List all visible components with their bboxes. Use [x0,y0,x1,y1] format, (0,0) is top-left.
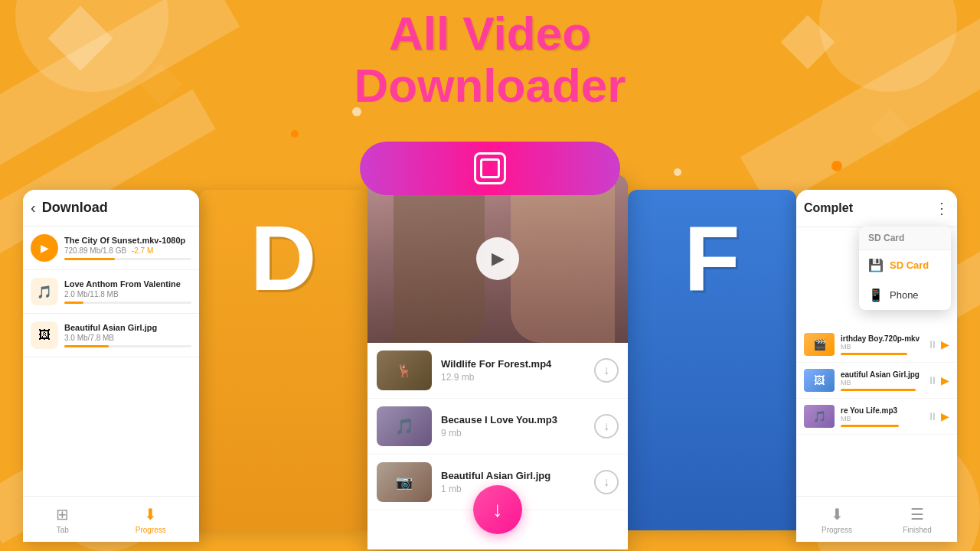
media-info-3: Beautiful Asian Girl.jpg 1 mb [441,470,594,494]
completed-thumb-1: 🎬 [804,333,835,356]
progress-bar-fill-2 [64,302,83,304]
media-info-2: Because I Love You.mp3 9 mb [441,414,594,439]
finished-label: Finished [903,526,932,534]
pause-btn-2[interactable]: ⏸ [927,374,938,386]
completed-title: Complet [804,201,853,215]
purple-bar-icon [474,152,506,184]
hair-left [394,174,485,343]
purple-bar[interactable] [360,142,620,195]
completed-progress-3 [841,425,899,427]
completed-name-3: re You Life.mp3 [841,406,924,415]
completed-progress-2 [841,389,916,391]
completed-header: Complet ⋮ [796,190,957,227]
dot-2 [674,168,681,176]
image-icon-3: 🖼 [31,321,58,349]
sdcard-label: SD Card [890,259,929,271]
completed-thumb-2: 🖼 [804,369,835,392]
sdcard-icon: 💾 [868,258,884,272]
media-name-2: Because I Love You.mp3 [441,414,594,425]
f-letter-text: F [684,205,740,311]
download-item-2: 🎵 Love Anthom From Valentine 2.0 Mb/11.8… [23,270,199,314]
dot-3 [831,161,842,171]
d-letter-text: D [250,205,317,311]
download-item-3: 🖼 Beautiful Asian Girl.jpg 3.0 Mb/7.8 MB [23,314,199,357]
hair-right [511,174,615,343]
nav-progress-right[interactable]: ⬇ Progress [822,505,852,534]
title-line1: All Video [0,8,980,60]
tab-label: Tab [57,526,69,534]
title-section: All Video Downloader [0,8,980,112]
music-icon-2: 🎵 [31,278,58,305]
media-download-btn-2[interactable]: ↓ [594,414,619,439]
progress-bar-fill-1 [64,258,115,260]
item-name-2: Love Anthom From Valentine [64,279,191,289]
progress-bar-wrap-3 [64,345,191,347]
completed-progress-1 [841,353,907,355]
completed-item-3: 🎵 re You Life.mp3 MB ⏸ ▶ [796,399,957,435]
completed-size-3: MB [841,415,924,422]
video-play-button[interactable]: ▶ [476,237,519,280]
screen-left-bottom-nav: ⊞ Tab ⬇ Progress [23,496,199,542]
completed-actions-1: ⏸ ▶ [927,338,949,350]
completed-name-2: eautiful Asian Girl.jpg [841,370,924,379]
completed-list: 🎬 irthday Boy.720p-mkv MB ⏸ ▶ 🖼 eautiful… [796,327,957,435]
download-item-info-2: Love Anthom From Valentine 2.0 Mb/11.8 M… [64,279,191,304]
play-btn-completed-2[interactable]: ▶ [941,374,949,386]
download-item-info-3: Beautiful Asian Girl.jpg 3.0 Mb/7.8 MB [64,323,191,347]
completed-item-1: 🎬 irthday Boy.720p-mkv MB ⏸ ▶ [796,327,957,363]
dropdown-phone[interactable]: 📱 Phone [859,280,951,310]
nav-finished[interactable]: ☰ Finished [903,505,932,534]
media-download-btn-3[interactable]: ↓ [594,470,619,494]
media-info-1: Wildlife For Forest.mp4 12.9 mb [441,358,594,383]
media-item-2: 🎵 Because I Love You.mp3 9 mb ↓ [368,399,628,455]
storage-dropdown[interactable]: SD Card 💾 SD Card 📱 Phone [859,227,951,310]
item-size-2: 2.0 Mb/11.8 MB [64,290,191,298]
play-button-1[interactable]: ▶ [31,234,58,262]
progress-label: Progress [136,526,166,534]
play-btn-completed-3[interactable]: ▶ [941,410,949,422]
screen-center: ▶ 🦌 Wildlife For Forest.mp4 12.9 mb ↓ 🎵 [368,174,628,549]
media-thumb-1: 🦌 [377,350,432,390]
completed-size-2: MB [841,379,924,386]
back-arrow-icon[interactable]: ‹ [31,199,36,217]
progress-label-right: Progress [822,526,852,534]
fab-download-button[interactable]: ↓ [473,485,522,534]
screen-completed: Complet ⋮ SD Card 💾 SD Card 📱 Phone 🎬 ir… [796,190,957,542]
progress-icon-right: ⬇ [831,505,844,523]
completed-size-1: MB [841,343,924,350]
completed-info-1: irthday Boy.720p-mkv MB [841,334,924,355]
completed-info-3: re You Life.mp3 MB [841,406,924,427]
dropdown-header: SD Card [859,227,951,250]
tab-icon: ⊞ [56,505,69,523]
media-name-3: Beautiful Asian Girl.jpg [441,470,594,481]
item-size-3: 3.0 Mb/7.8 MB [64,334,191,342]
phone-label: Phone [890,289,919,301]
finished-icon: ☰ [910,505,924,523]
completed-item-2: 🖼 eautiful Asian Girl.jpg MB ⏸ ▶ [796,363,957,399]
dropdown-sdcard[interactable]: 💾 SD Card [859,250,951,280]
media-thumb-music-2: 🎵 [377,406,432,446]
more-options-icon[interactable]: ⋮ [934,199,949,217]
screen-d-letter: D [199,190,368,530]
title-line2: Downloader [0,60,980,112]
media-size-3: 1 mb [441,484,594,494]
download-item-info-1: The City Of Sunset.mkv-1080p 720.89 Mb/1… [64,236,191,260]
download-title: Download [42,200,108,216]
completed-info-2: eautiful Asian Girl.jpg MB [841,370,924,391]
pause-btn-1[interactable]: ⏸ [927,338,938,350]
video-thumbnail[interactable]: ▶ [368,174,628,343]
media-item-1: 🦌 Wildlife For Forest.mp4 12.9 mb ↓ [368,343,628,399]
download-header: ‹ Download [23,190,199,227]
play-btn-completed-1[interactable]: ▶ [941,338,949,350]
pause-btn-3[interactable]: ⏸ [927,410,938,422]
completed-name-1: irthday Boy.720p-mkv [841,334,924,343]
media-thumb-3: 📷 [377,462,432,502]
media-download-btn-1[interactable]: ↓ [594,358,619,383]
item-name-1: The City Of Sunset.mkv-1080p [64,236,191,245]
nav-tab[interactable]: ⊞ Tab [56,505,69,534]
screen-f-letter: F [628,190,796,530]
media-thumb-2: 🎵 [377,406,432,446]
progress-bar-wrap-1 [64,258,191,260]
nav-progress[interactable]: ⬇ Progress [136,505,166,534]
media-size-1: 12.9 mb [441,372,594,383]
